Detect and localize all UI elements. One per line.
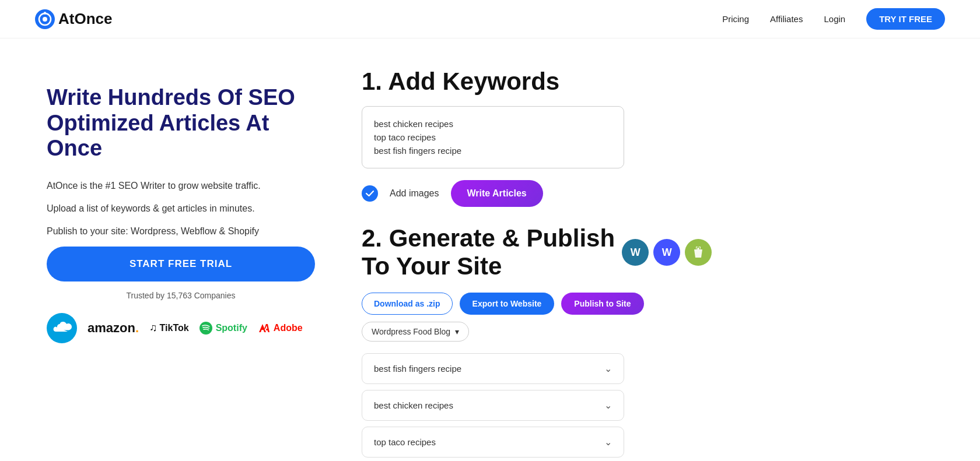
keyword-item-1: best chicken recipes xyxy=(374,117,612,131)
shopify-icon xyxy=(685,239,712,266)
brand-logos: amazon. ♫TikTok Spotify xyxy=(47,313,315,343)
site-selector: Wordpress Food Blog ▾ xyxy=(362,322,945,342)
publish-to-site-button[interactable]: Publish to Site xyxy=(561,293,643,315)
right-panel: 1. Add Keywords best chicken recipes top… xyxy=(362,68,945,458)
spotify-logo: Spotify xyxy=(200,322,247,335)
site-dropdown-label: Wordpress Food Blog xyxy=(372,327,450,336)
article-title-2: best chicken recipes xyxy=(374,400,453,410)
article-item-2[interactable]: best chicken recipes ⌄ xyxy=(362,390,624,421)
nav-try-free-button[interactable]: TRY IT FREE xyxy=(866,8,945,30)
chevron-down-icon-1: ⌄ xyxy=(604,363,612,374)
nav-pricing[interactable]: Pricing xyxy=(722,14,749,24)
add-images-checkbox[interactable] xyxy=(362,185,378,202)
article-title-1: best fish fingers recipe xyxy=(374,364,461,374)
export-to-website-button[interactable]: Export to Website xyxy=(460,293,555,315)
start-free-trial-button[interactable]: START FREE TRIAL xyxy=(47,247,315,281)
tiktok-logo: ♫TikTok xyxy=(149,322,189,334)
add-images-label: Add images xyxy=(390,188,439,199)
platform-icons: W W xyxy=(622,239,712,266)
keywords-box[interactable]: best chicken recipes top taco recipes be… xyxy=(362,106,624,168)
svg-point-3 xyxy=(44,12,46,14)
keyword-item-3: best fish fingers recipe xyxy=(374,144,612,157)
trusted-text: Trusted by 15,763 Companies xyxy=(47,291,315,300)
adobe-logo: Adobe xyxy=(258,322,303,335)
logo-icon xyxy=(35,9,55,29)
write-articles-button[interactable]: Write Articles xyxy=(451,180,543,207)
desc-1: AtOnce is the #1 SEO Writer to grow webs… xyxy=(47,178,315,193)
svg-point-4 xyxy=(200,322,212,335)
logo[interactable]: AtOnce xyxy=(35,9,112,29)
logo-text: AtOnce xyxy=(58,10,112,28)
step2-title-text: 2. Generate & Publish To Your Site xyxy=(362,224,615,281)
nav-links: Pricing Affiliates Login TRY IT FREE xyxy=(722,8,945,30)
desc-2: Upload a list of keywords & get articles… xyxy=(47,200,315,216)
chevron-down-icon-3: ⌄ xyxy=(604,437,612,448)
svg-point-2 xyxy=(43,17,47,22)
action-buttons-row: Download as .zip Export to Website Publi… xyxy=(362,293,945,315)
webflow-icon: W xyxy=(653,239,680,266)
chevron-down-icon-2: ⌄ xyxy=(604,400,612,411)
step2-title-container: 2. Generate & Publish To Your Site W W xyxy=(362,224,945,281)
desc-3: Publish to your site: Wordpress, Webflow… xyxy=(47,223,315,239)
step1-title: 1. Add Keywords xyxy=(362,68,945,96)
step2-line2: To Your Site xyxy=(362,252,502,280)
keyword-item-2: top taco recipes xyxy=(374,131,612,144)
article-item-1[interactable]: best fish fingers recipe ⌄ xyxy=(362,353,624,384)
nav-affiliates[interactable]: Affiliates xyxy=(770,14,803,24)
site-dropdown-chevron: ▾ xyxy=(455,327,459,336)
article-title-3: top taco recipes xyxy=(374,437,436,447)
main-layout: Write Hundreds Of SEO Optimized Articles… xyxy=(0,38,980,461)
nav-login[interactable]: Login xyxy=(824,14,845,24)
left-panel: Write Hundreds Of SEO Optimized Articles… xyxy=(47,68,315,343)
article-item-3[interactable]: top taco recipes ⌄ xyxy=(362,427,624,458)
download-as-zip-button[interactable]: Download as .zip xyxy=(362,293,453,315)
add-images-row: Add images Write Articles xyxy=(362,180,945,207)
article-list: best fish fingers recipe ⌄ best chicken … xyxy=(362,353,624,458)
main-headline: Write Hundreds Of SEO Optimized Articles… xyxy=(47,85,315,161)
amazon-logo: amazon. xyxy=(88,321,139,336)
step2-line1: 2. Generate & Publish xyxy=(362,224,615,252)
navbar: AtOnce Pricing Affiliates Login TRY IT F… xyxy=(0,0,980,38)
site-dropdown[interactable]: Wordpress Food Blog ▾ xyxy=(362,322,469,342)
salesforce-logo xyxy=(47,313,77,343)
wordpress-icon: W xyxy=(622,239,649,266)
